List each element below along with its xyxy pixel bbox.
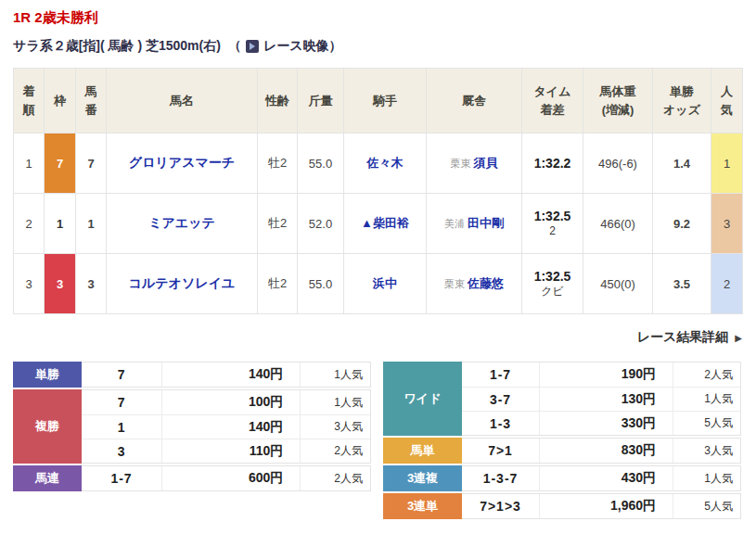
payout-group-tansho: 単勝 7 140円 1人気 [13, 362, 371, 388]
horse-number-cell: 1 [76, 194, 107, 254]
race-result-detail-link[interactable]: レース結果詳細▶ [637, 329, 742, 344]
col-header-name: 馬名 [107, 69, 258, 134]
payout-combo: 1-3 [462, 412, 540, 435]
payout-row: 3-7 130円 1人気 [462, 387, 740, 411]
jockey-link[interactable]: 浜中 [373, 276, 397, 290]
finish-cell: 3 [14, 254, 45, 314]
jockey-cell: 佐々木 [344, 134, 427, 194]
payout-combo: 3 [82, 439, 162, 463]
payout-row: 3 110円 2人気 [82, 439, 370, 463]
stable-cell: 栗東佐藤悠 [427, 254, 522, 314]
horse-name-cell: ミアエッテ [107, 194, 258, 254]
payout-amount: 140円 [162, 363, 301, 387]
bracket-cell: 1 [45, 194, 76, 254]
paren-open: （ [228, 38, 241, 55]
payout-popularity: 1人気 [301, 363, 370, 387]
horse-number-cell: 3 [76, 254, 107, 314]
col-header-finish: 着 順 [14, 69, 45, 134]
trainer-link[interactable]: 田中剛 [468, 216, 504, 230]
stable-region: 栗東 [444, 278, 465, 289]
jockey-cell: ▲柴田裕 [344, 194, 427, 254]
video-link-label[interactable]: レース映像 [263, 38, 329, 55]
stable-cell: 栗東須貝 [427, 134, 522, 194]
odds-cell: 3.5 [653, 254, 711, 314]
payout-combo: 7>1>3 [462, 494, 540, 518]
horse-name-cell: コルテオソレイユ [107, 254, 258, 314]
payout-group-label: 複勝 [13, 389, 82, 464]
payout-row: 1 140円 3人気 [82, 414, 370, 439]
trainer-link[interactable]: 佐藤悠 [468, 276, 504, 290]
col-header-bracket: 枠 [45, 69, 76, 134]
payout-amount: 130円 [540, 388, 673, 411]
horse-name-link[interactable]: コルテオソレイユ [129, 275, 236, 290]
payout-table-left: 単勝 7 140円 1人気 複勝 7 100円 1人気 [13, 362, 371, 521]
payout-combo: 7>1 [462, 439, 540, 463]
horse-row: 1 7 7 グロリアスマーチ 牡2 55.0 佐々木 栗東須貝 1:32.2 4… [14, 134, 743, 194]
col-header-stable: 厩舎 [427, 69, 522, 134]
race-video-link[interactable]: レース映像 [241, 38, 329, 55]
payout-combo: 3-7 [462, 388, 540, 411]
payout-section: 単勝 7 140円 1人気 複勝 7 100円 1人気 [13, 362, 742, 521]
arrow-right-icon: ▶ [735, 333, 742, 343]
payout-combo: 1-3-7 [462, 466, 540, 490]
payout-row: 1-3 330円 5人気 [462, 411, 740, 435]
weight-cell: 55.0 [298, 134, 344, 194]
payout-row: 7>1 830円 3人気 [462, 439, 740, 463]
detail-link-row: レース結果詳細▶ [13, 328, 742, 346]
payout-group-label: 馬連 [13, 465, 82, 491]
payout-popularity: 3人気 [673, 439, 740, 463]
payout-group-label: 3連単 [383, 493, 462, 519]
payout-group-label: 3連複 [383, 465, 462, 491]
payout-group-fukusho: 複勝 7 100円 1人気 1 140円 3人気 3 110円 [13, 389, 371, 464]
payout-amount: 190円 [540, 363, 673, 387]
payout-popularity: 1人気 [301, 390, 370, 414]
payout-popularity: 1人気 [673, 466, 740, 490]
col-header-number: 馬 番 [76, 69, 107, 134]
col-header-horse-weight: 馬体重 (増減) [583, 69, 653, 134]
race-conditions: サラ系２歳[指]( 馬齢 ) 芝1500m(右) [13, 38, 221, 55]
odds-cell: 9.2 [653, 194, 711, 254]
favorite-cell: 2 [711, 254, 743, 314]
sex-age-cell: 牡2 [258, 194, 298, 254]
result-table-header-row: 着 順 枠 馬 番 馬名 性齢 斤量 騎手 厩舎 タイム 着差 馬体重 (増減)… [14, 69, 743, 134]
payout-row: 7>1>3 1,960円 5人気 [462, 494, 740, 518]
payout-group-label: ワイド [383, 362, 462, 436]
odds-cell: 1.4 [653, 134, 711, 194]
horse-weight-cell: 450(0) [583, 254, 653, 314]
time-cell: 1:32.2 [522, 134, 583, 194]
payout-amount: 830円 [540, 439, 673, 463]
time-value: 1:32.5 [522, 269, 583, 285]
weight-cell: 52.0 [298, 194, 344, 254]
col-header-odds: 単勝 オッズ [653, 69, 711, 134]
payout-group-sanrentan: 3連単 7>1>3 1,960円 5人気 [383, 493, 741, 519]
payout-amount: 430円 [540, 466, 673, 490]
payout-row: 1-7 600円 2人気 [82, 466, 370, 490]
payout-popularity: 5人気 [673, 412, 740, 435]
jockey-link[interactable]: 佐々木 [367, 156, 404, 170]
payout-amount: 330円 [540, 412, 673, 435]
horse-number-cell: 7 [76, 134, 107, 194]
jockey-link[interactable]: ▲柴田裕 [361, 216, 409, 230]
race-conditions-row: サラ系２歳[指]( 馬齢 ) 芝1500m(右) （ レース映像 ） [13, 38, 742, 55]
time-cell: 1:32.5 クビ [522, 254, 583, 314]
horse-weight-cell: 466(0) [583, 194, 653, 254]
payout-row: 1-3-7 430円 1人気 [462, 466, 740, 490]
payout-combo: 1-7 [82, 466, 162, 490]
payout-popularity: 2人気 [301, 466, 370, 490]
payout-popularity: 5人気 [673, 494, 740, 518]
payout-amount: 140円 [162, 415, 301, 439]
horse-row: 3 3 3 コルテオソレイユ 牡2 55.0 浜中 栗東佐藤悠 1:32.5 ク… [14, 254, 743, 314]
horse-name-link[interactable]: グロリアスマーチ [129, 155, 235, 170]
horse-name-link[interactable]: ミアエッテ [148, 215, 215, 230]
payout-group-label: 単勝 [13, 362, 82, 388]
payout-combo: 7 [82, 363, 162, 387]
col-header-sex-age: 性齢 [258, 69, 298, 134]
finish-cell: 2 [14, 194, 45, 254]
result-table: 着 順 枠 馬 番 馬名 性齢 斤量 騎手 厩舎 タイム 着差 馬体重 (増減)… [13, 68, 743, 314]
payout-group-wide: ワイド 1-7 190円 2人気 3-7 130円 1人気 1-3 330円 [383, 362, 741, 436]
weight-cell: 55.0 [298, 254, 344, 314]
horse-name-cell: グロリアスマーチ [107, 134, 258, 194]
payout-amount: 600円 [162, 466, 301, 490]
trainer-link[interactable]: 須貝 [474, 156, 498, 170]
bracket-cell: 7 [45, 134, 76, 194]
